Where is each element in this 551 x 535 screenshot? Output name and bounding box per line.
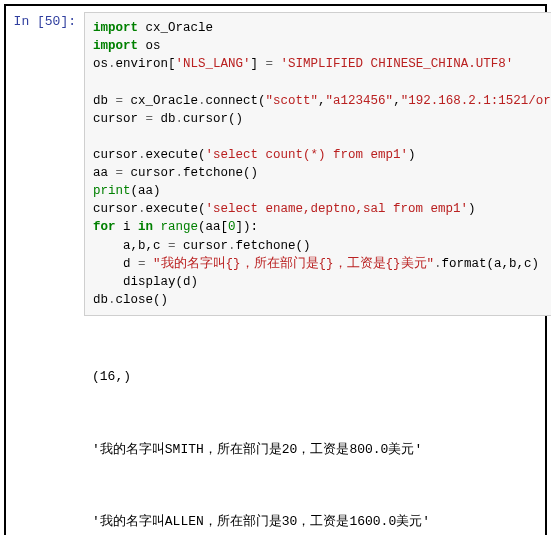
op-eq: =: [116, 94, 124, 108]
code-text: i: [116, 220, 139, 234]
code-text: display(d): [93, 275, 198, 289]
op-dot: .: [138, 148, 146, 162]
code-text: execute(: [146, 148, 206, 162]
code-text: cursor: [93, 148, 138, 162]
code-text: cursor: [93, 112, 146, 126]
op-eq: =: [266, 57, 274, 71]
code-text: format(a,b,c): [442, 257, 540, 271]
op-dot: .: [138, 202, 146, 216]
op-dot: .: [176, 166, 184, 180]
op-dot: .: [176, 112, 184, 126]
code-text: os: [93, 57, 108, 71]
builtin-print: print: [93, 184, 131, 198]
str: 'select ename,deptno,sal from emp1': [206, 202, 469, 216]
builtin-range: range: [161, 220, 199, 234]
str: "scott": [266, 94, 319, 108]
code-text: cursor: [176, 239, 229, 253]
code-text: [273, 57, 281, 71]
op-dot: .: [108, 293, 116, 307]
input-prompt: In [50]:: [12, 12, 84, 32]
op-dot: .: [198, 94, 206, 108]
code-text: (aa): [131, 184, 161, 198]
str: "我的名字叫{}，所在部门是{}，工资是{}美元": [153, 257, 434, 271]
kw-import: import: [93, 21, 138, 35]
code-text: [153, 220, 161, 234]
code-text: d: [93, 257, 138, 271]
code-text: environ[: [116, 57, 176, 71]
code-text: ,: [393, 94, 401, 108]
code-text: connect(: [206, 94, 266, 108]
code-text: ,: [318, 94, 326, 108]
code-input[interactable]: import cx_Oracle import os os.environ['N…: [84, 12, 551, 316]
kw-for: for: [93, 220, 116, 234]
kw-import: import: [93, 39, 138, 53]
cell-output: (16,) '我的名字叫SMITH，所在部门是20，工资是800.0美元' '我…: [84, 316, 551, 535]
op-dot: .: [228, 239, 236, 253]
code-text: os: [138, 39, 161, 53]
str: 'NLS_LANG': [176, 57, 251, 71]
code-text: fetchone(): [183, 166, 258, 180]
op-eq: =: [146, 112, 154, 126]
code-text: db: [93, 293, 108, 307]
str: "192.168.2.1:1521/orcl": [401, 94, 551, 108]
code-text: aa: [93, 166, 116, 180]
notebook-frame: In [50]: import cx_Oracle import os os.e…: [4, 4, 547, 535]
code-text: ): [408, 148, 416, 162]
code-text: (aa[: [198, 220, 228, 234]
output-line: '我的名字叫ALLEN，所在部门是30，工资是1600.0美元': [92, 512, 551, 532]
code-text: cx_Oracle: [123, 94, 198, 108]
str: "a123456": [326, 94, 394, 108]
op-eq: =: [116, 166, 124, 180]
code-text: db: [93, 94, 116, 108]
code-text: execute(: [146, 202, 206, 216]
code-text: cursor: [123, 166, 176, 180]
code-text: ]):: [236, 220, 259, 234]
code-text: cursor(): [183, 112, 243, 126]
kw-in: in: [138, 220, 153, 234]
op-dot: .: [108, 57, 116, 71]
code-text: [146, 257, 154, 271]
cell-row: In [50]: import cx_Oracle import os os.e…: [12, 12, 539, 535]
num: 0: [228, 220, 236, 234]
str: 'SIMPLIFIED CHINESE_CHINA.UTF8': [281, 57, 514, 71]
output-line: '我的名字叫SMITH，所在部门是20，工资是800.0美元': [92, 440, 551, 460]
op-eq: =: [138, 257, 146, 271]
code-text: ): [468, 202, 476, 216]
code-text: close(): [116, 293, 169, 307]
code-text: a,b,c: [93, 239, 168, 253]
str: 'select count(*) from emp1': [206, 148, 409, 162]
code-text: cx_Oracle: [138, 21, 213, 35]
output-tuple: (16,): [92, 367, 551, 387]
code-text: cursor: [93, 202, 138, 216]
code-text: fetchone(): [236, 239, 311, 253]
op-dot: .: [434, 257, 442, 271]
cell-body: import cx_Oracle import os os.environ['N…: [84, 12, 551, 535]
code-text: db: [153, 112, 176, 126]
op-eq: =: [168, 239, 176, 253]
code-text: ]: [251, 57, 266, 71]
